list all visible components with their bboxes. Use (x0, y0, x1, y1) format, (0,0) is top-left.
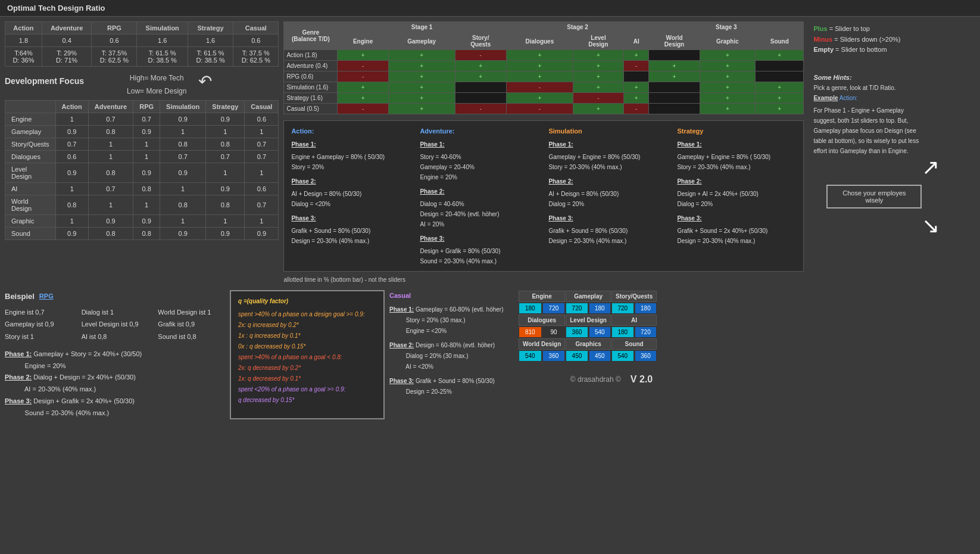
action-phase1-label: Phase 1: (291, 139, 410, 150)
adventure-phase1-label: Phase 1: (420, 139, 539, 150)
ratio-simulation: 1.6 (137, 35, 188, 47)
df-row-sound: Sound (5, 228, 56, 240)
dev-focus-note-low: Low= More Design (124, 85, 189, 98)
strategy-phase3-label: Phase 3: (677, 213, 796, 223)
q-line8: spent <20% of a phase on a goal >= 0.9: (238, 384, 376, 395)
genre-ratio-table: Action Adventure RPG Simulation Strategy… (5, 21, 279, 67)
df-row-graphic: Graphic (5, 215, 56, 228)
action-phase2-text: AI + Design = 80% (50/30)Dialog = <20% (291, 189, 410, 209)
arrow-up-icon: ↗ (922, 155, 940, 180)
df-col-action: Action (55, 101, 88, 113)
allotted-note: allotted time in % (bottom bar) - not th… (283, 276, 804, 283)
df-row-engine: Engine (5, 113, 56, 126)
col-header-rpg: RPG (92, 22, 137, 35)
ratio-casual: 0.6 (233, 35, 279, 47)
beispiel-story: Story ist 1 (5, 331, 72, 343)
s2-leveldesign: LevelDesign (573, 33, 623, 50)
beispiel-rpg-label: RPG (39, 291, 54, 302)
stage1-header: Stage 1 (338, 22, 507, 33)
legend-minus: Minus (813, 36, 832, 43)
s3-graphic: Graphic (700, 33, 755, 50)
beispiel-worlddesign: World Design ist 1 (158, 307, 225, 318)
q-line2: 2x: q increased by 0.2* (238, 320, 376, 331)
td-ratio-adventure: T: 29%D: 71% (42, 47, 91, 67)
tb-engine-header: Engine (519, 291, 565, 302)
ratio-action: 1.8 (5, 35, 42, 47)
tb-sound-header: Sound (611, 338, 657, 350)
beispiel-sound: Sound ist 0,8 (158, 331, 225, 343)
df-col-strategy: Strategy (206, 101, 245, 113)
adventure-phase2-text: Dialog = 40-60%Design = 20-40% (evtl. hö… (420, 199, 539, 229)
col-header-casual: Casual (233, 22, 279, 35)
df-row-leveldesign: LevelDesign (5, 163, 56, 183)
s3-sound: Sound (756, 33, 804, 50)
time-bar-table: Engine Gameplay Story/Quests 180 720 720… (518, 290, 657, 362)
ratio-adventure: 0.4 (42, 35, 91, 47)
strategy-phase3-text: Grafik + Sound = 2x 40%+ (50/30)Design =… (677, 226, 796, 246)
tb-storyquests-header: Story/Quests (611, 291, 657, 302)
q-line6: 2x: q decreased by 0.2* (238, 363, 376, 374)
df-row-gameplay: Gameplay (5, 126, 56, 138)
beispiel-grafik: Grafik ist 0,9 (158, 319, 225, 330)
beispiel-section: Beispiel RPG Engine ist 0,7 Dialog ist 1… (5, 290, 225, 419)
b-phase3-label: Phase 3: (5, 397, 32, 404)
beispiel-label: Beispiel (5, 290, 35, 303)
simulation-phase2-label: Phase 2: (548, 176, 667, 186)
simulation-phase1-text: Gameplay + Engine = 80% (50/30)Story = 2… (548, 152, 667, 172)
tb-worlddesign-header: World Design (519, 338, 565, 350)
df-col-simulation: Simulation (160, 101, 206, 113)
q-line4: 0x : q decreased by 0.15* (238, 341, 376, 352)
genre-balance-header: Genre(Balance T/D) (284, 22, 338, 50)
action-header: Action: (291, 126, 410, 137)
legend-plus-desc: = Slider to top (829, 25, 870, 32)
tb-leveldesign-header: Level Design (566, 315, 611, 326)
wisely-box: Chose your employes wisely (826, 185, 922, 208)
df-col-casual: Casual (245, 101, 279, 113)
stage-table: Genre(Balance T/D) Stage 1 Stage 2 Stage… (283, 21, 804, 114)
hints-text: For Phase 1 - Engine + Gameplay suggest,… (813, 105, 923, 156)
q-line1: spent >40% of a phase on a design goal >… (238, 309, 376, 320)
df-col-rpg: RPG (133, 101, 160, 113)
tb-gameplay-header: Gameplay (566, 291, 611, 302)
quality-box: q =(quality factor) spent >40% of a phas… (230, 290, 385, 419)
beispiel-leveldesign: Level Design ist 0,9 (82, 319, 149, 330)
strategy-phase1-label: Phase 1: (677, 139, 796, 150)
tb-dialogues-header: Dialogues (519, 315, 565, 326)
beispiel-engine: Engine ist 0,7 (5, 307, 72, 318)
casual-header: Casual (389, 290, 508, 301)
df-row-storyquests: Story/Quests (5, 138, 56, 151)
phase-info-box: Action: Phase 1: Engine + Gameplay = 80%… (283, 120, 804, 272)
app-title: Optimal Tech Design Ratio (7, 4, 105, 13)
adventure-phase3-label: Phase 3: (420, 234, 539, 244)
strategy-header: Strategy (677, 126, 796, 137)
col-header-action: Action (5, 22, 42, 35)
df-col-empty (5, 101, 56, 113)
hints-title: Some Hints: (813, 72, 923, 83)
legend-plus: Plus (813, 25, 827, 32)
td-ratio-simulation: T: 61.5 %D: 38.5 % (137, 47, 188, 67)
action-phase3-label: Phase 3: (291, 213, 410, 223)
action-phase1-text: Engine + Gameplay = 80% ( 50/30)Story = … (291, 152, 410, 172)
hints-example: Example Action: (813, 93, 923, 103)
s2-ai: AI (624, 33, 649, 50)
s2-dialogues: Dialogues (506, 33, 573, 50)
dev-focus-label: Development Focus (5, 71, 84, 91)
arrow-icon: ↶ (198, 71, 212, 91)
col-header-simulation: Simulation (137, 22, 188, 35)
col-header-adventure: Adventure (42, 22, 91, 35)
ratio-rpg: 0.6 (92, 35, 137, 47)
adventure-phase1-text: Story = 40-60%Gameplay = 20-40%Engine = … (420, 152, 539, 182)
adventure-phase3-text: Design + Grafik = 80% (50/30)Sound = 20-… (420, 246, 539, 266)
simulation-phase3-label: Phase 3: (548, 213, 667, 223)
ratio-strategy: 1.6 (188, 35, 233, 47)
title-bar: Optimal Tech Design Ratio (0, 0, 980, 17)
copyright-text: © drasahdrah © (570, 375, 621, 384)
q-line9: q decreased by 0.15* (238, 395, 376, 406)
copyright-section: © drasahdrah © V 2.0 (518, 372, 657, 387)
df-col-adventure: Adventure (88, 101, 133, 113)
casual-phase3-label: Phase 3: (389, 378, 414, 384)
col-header-strategy: Strategy (188, 22, 233, 35)
q-line5: spent >40% of a phase on a goal < 0.8: (238, 352, 376, 363)
adventure-phase2-label: Phase 2: (420, 186, 539, 197)
simulation-phase3-text: Grafik + Sound = 80% (50/30)Design = 20-… (548, 226, 667, 246)
